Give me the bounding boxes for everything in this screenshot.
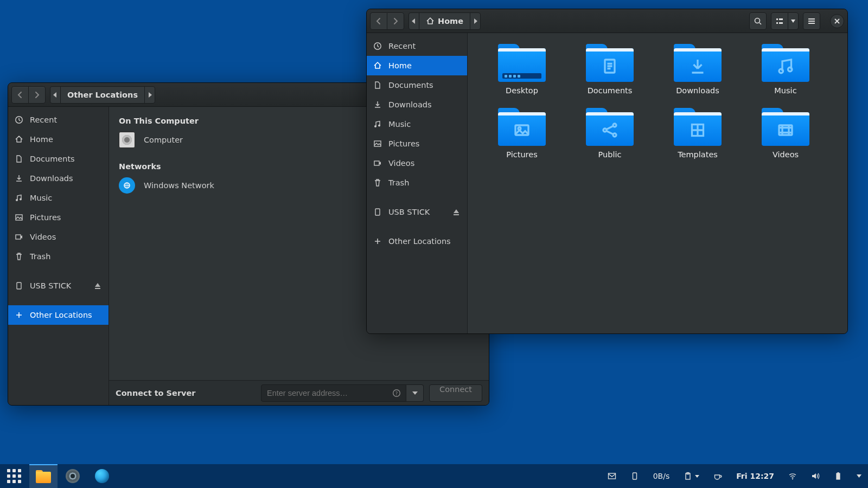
sidebar-item-videos[interactable]: Videos [367,153,467,173]
sidebar-item-recent[interactable]: Recent [367,36,467,56]
taskbar-app-settings[interactable] [59,464,87,488]
sidebar-item-videos[interactable]: Videos [8,227,108,247]
view-options-dropdown[interactable] [788,12,799,30]
coffee-icon [713,472,722,480]
close-button[interactable] [830,14,844,28]
back-button[interactable] [370,12,387,30]
sidebar-item-pictures[interactable]: Pictures [367,134,467,153]
folder-desktop[interactable]: Desktop [484,44,560,95]
path-prev[interactable] [409,12,419,30]
chevron-left-icon [16,91,24,99]
svg-rect-19 [374,161,379,165]
battery-icon [834,472,843,480]
sidebar-item-home[interactable]: Home [8,130,108,149]
search-button[interactable] [749,12,767,30]
taskbar-app-files[interactable] [29,464,58,488]
tray-system-menu[interactable] [854,472,864,480]
hamburger-menu-button[interactable] [803,12,820,30]
trash-icon [15,252,23,261]
svg-rect-32 [608,473,615,479]
svg-point-24 [788,67,793,72]
location-name: Computer [144,136,183,144]
folder-videos[interactable]: Videos [748,108,824,159]
sidebar-item-trash[interactable]: Trash [8,247,108,266]
folder-documents[interactable]: Documents [572,44,648,95]
tray-netspeed[interactable]: 0B/s [651,470,672,483]
svg-point-2 [20,198,22,201]
nav-back-forward [370,12,404,30]
folder-templates[interactable]: Templates [660,108,736,159]
image-icon [373,139,382,148]
sidebar-item-music[interactable]: Music [367,114,467,134]
folder-downloads[interactable]: Downloads [660,44,736,95]
tray-clock-label: Fri 12:27 [736,472,774,480]
sidebar-item-trash[interactable]: Trash [367,173,467,192]
path-prev[interactable] [50,86,61,104]
applications-button[interactable] [0,464,28,488]
tray-caffeine[interactable] [711,470,724,483]
tray-clock[interactable]: Fri 12:27 [734,470,776,483]
path-segment-current[interactable]: Other Locations [60,86,145,104]
sidebar-item-music[interactable]: Music [8,188,108,208]
svg-rect-30 [692,125,704,136]
folder-pictures[interactable]: Pictures [484,108,560,159]
tray-removable[interactable] [628,470,641,483]
sidebar-item-downloads[interactable]: Downloads [367,95,467,114]
folder-music[interactable]: Music [748,44,824,95]
usb-icon [373,208,382,216]
tray-mail[interactable] [605,470,618,483]
sidebar-item-usb[interactable]: USB STICK [367,202,467,222]
sidebar-item-other-locations[interactable]: Other Locations [367,232,467,251]
gear-icon [66,469,80,483]
connect-button[interactable]: Connect [429,384,482,402]
tray-clipboard[interactable] [681,470,701,483]
sidebar-item-downloads[interactable]: Downloads [8,169,108,188]
network-icon [119,177,135,194]
path-next[interactable] [470,12,481,30]
home-icon [426,17,435,25]
home-icon [15,135,23,144]
sidebar-item-home[interactable]: Home [367,56,467,75]
download-icon [373,100,382,109]
view-toggle-button[interactable] [771,12,788,30]
headerbar: Home [367,9,847,33]
clock-icon [15,115,23,124]
connect-label: Connect to Server [116,389,195,397]
globe-icon [95,469,109,483]
eject-icon[interactable] [93,281,102,290]
svg-rect-31 [779,125,792,135]
path-next[interactable] [144,86,155,104]
chevron-right-icon [33,91,41,99]
forward-button[interactable] [28,86,46,104]
folder-public[interactable]: Public [572,108,648,159]
sidebar-item-recent[interactable]: Recent [8,110,108,130]
view-list-icon [775,17,784,25]
taskbar-app-browser[interactable] [88,464,116,488]
sidebar-item-usb[interactable]: USB STICK [8,276,108,296]
path-segment-current[interactable]: Home [419,12,470,30]
sidebar-item-documents[interactable]: Documents [8,149,108,169]
tray-wifi[interactable] [786,470,799,483]
svg-point-16 [374,125,376,127]
svg-rect-3 [16,215,22,220]
forward-button[interactable] [387,12,404,30]
svg-point-28 [613,124,616,127]
location-name: Windows Network [144,181,214,190]
eject-icon[interactable] [452,208,461,216]
tray-battery[interactable] [832,470,845,483]
icon-view[interactable]: Desktop Documents Downloads Music Pictur… [468,33,847,333]
server-address-input[interactable] [261,384,406,402]
svg-point-27 [603,129,607,132]
back-button[interactable] [11,86,29,104]
sidebar-item-other-locations[interactable]: Other Locations [8,305,108,325]
sidebar-item-documents[interactable]: Documents [367,75,467,95]
apps-grid-icon [7,469,21,483]
sidebar-item-pictures[interactable]: Pictures [8,208,108,227]
folder-icon [762,108,809,146]
tray-volume[interactable] [809,470,822,483]
image-icon [15,213,23,222]
server-history-dropdown[interactable] [406,384,424,402]
help-icon[interactable]: ? [392,389,401,397]
svg-rect-22 [605,60,615,73]
folder-icon [762,44,809,82]
